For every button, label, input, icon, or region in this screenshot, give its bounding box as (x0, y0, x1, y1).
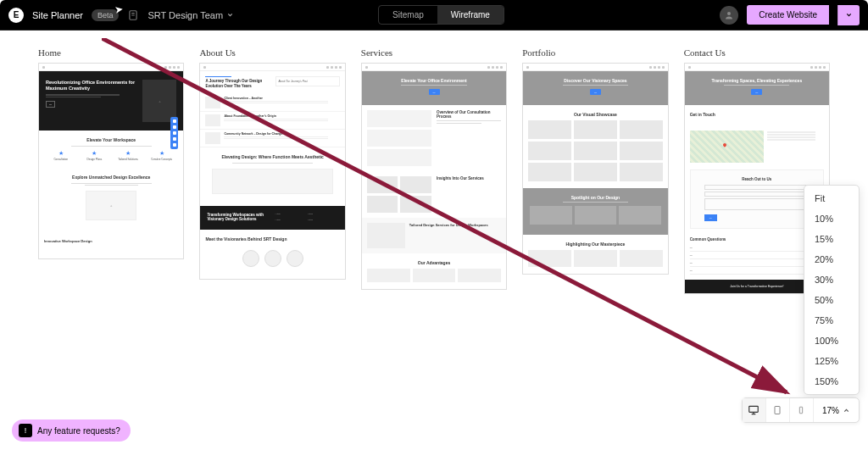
section-title: Reach Out to Us (698, 177, 816, 181)
zoom-option-fit[interactable]: Fit (804, 188, 859, 208)
column-about: About Us A Journey Through Our Design Ev… (199, 47, 345, 433)
section-title: Elevating Design: Where Function Meets A… (205, 154, 339, 159)
feedback-label: Any feature requests? (37, 426, 120, 436)
tool-icon[interactable] (173, 131, 176, 135)
section-title: Transforming Workspaces with Visionary D… (207, 213, 270, 221)
device-desktop[interactable] (743, 398, 766, 422)
zoom-option[interactable]: 50% (804, 290, 859, 310)
tool-icon[interactable] (173, 143, 176, 147)
column-services: Services Elevate Your Office Environment… (361, 47, 507, 433)
svg-rect-5 (800, 407, 803, 414)
zoom-option[interactable]: 125% (804, 351, 859, 371)
section-title: Spotlight on Our Design (530, 195, 660, 200)
device-mobile[interactable] (790, 398, 814, 422)
svg-rect-3 (749, 406, 759, 412)
tool-icon[interactable] (173, 119, 176, 123)
zoom-level[interactable]: 17% (814, 406, 859, 415)
page-title: Contact Us (684, 47, 830, 58)
list-item-title: Client Innovation – Another (224, 97, 339, 100)
team-selector[interactable]: SRT Design Team (147, 10, 234, 20)
feature-label: Design Plans (78, 158, 112, 161)
section-title: Elevate Your Workspace (44, 137, 178, 142)
hero-title: Revolutionizing Office Environments for … (46, 80, 137, 92)
device-tablet[interactable] (766, 398, 790, 422)
top-bar: E Site Planner Beta SRT Design Team Site… (0, 0, 868, 31)
tab-wireframe[interactable]: Wireframe (437, 6, 504, 24)
zoom-option[interactable]: 75% (804, 310, 859, 331)
page-title: Portfolio (522, 47, 668, 58)
hero-title: Transforming Spaces, Elevating Experienc… (692, 78, 822, 83)
page-title: Services (361, 47, 507, 58)
wireframe-canvas[interactable]: Home Revolutionizing Office Environments… (0, 31, 868, 450)
wireframe-portfolio[interactable]: Discover Our Visionary Spaces— Our Visua… (522, 63, 668, 275)
column-portfolio: Portfolio Discover Our Visionary Spaces—… (522, 47, 668, 433)
feedback-button[interactable]: ! Any feature requests? (12, 419, 131, 442)
user-icon (724, 10, 734, 20)
hero-title: Discover Our Visionary Spaces (530, 78, 660, 83)
user-avatar[interactable] (720, 6, 738, 25)
app-name: Site Planner (32, 10, 83, 20)
chevron-up-icon (843, 407, 850, 414)
list-item-title: About Foundation – Another's Origin (224, 114, 339, 118)
section-title: Highlighting Our Masterpiece (528, 242, 662, 247)
section-title: Our Advantages (367, 260, 501, 265)
section-title: Overview of Our Consultation Process (437, 110, 501, 119)
section-title: Tailored Design Services for Unique Work… (409, 223, 501, 227)
chevron-down-icon (845, 11, 853, 19)
team-name: SRT Design Team (147, 10, 223, 20)
page-title: Home (38, 47, 184, 58)
feature-label: Tailored Solutions (111, 158, 145, 161)
document-icon[interactable] (127, 9, 139, 21)
floating-toolbar[interactable] (170, 117, 178, 149)
zoom-menu: Fit 10% 15% 20% 30% 50% 75% 100% 125% 15… (804, 185, 860, 395)
wireframe-services[interactable]: Elevate Your Office Environment— Overvie… (361, 63, 507, 290)
column-home: Home Revolutionizing Office Environments… (38, 47, 184, 433)
zoom-option[interactable]: 10% (804, 208, 859, 229)
view-tabs: Sitemap Wireframe (378, 5, 504, 25)
section-title: Get in Touch (690, 112, 824, 117)
feedback-icon: ! (19, 424, 32, 437)
tool-icon[interactable] (173, 137, 176, 141)
zoom-option[interactable]: 100% (804, 331, 859, 351)
feature-label: Creative Concepts (145, 158, 179, 161)
hero-title: Elevate Your Office Environment (369, 78, 499, 83)
chevron-down-icon (226, 11, 234, 19)
feature-label: Consultation (44, 158, 78, 161)
zoom-option[interactable]: 30% (804, 269, 859, 290)
list-item-title: Community Network – Design for Change (224, 132, 339, 136)
section-title: Explore Unmatched Design Excellence (44, 175, 178, 180)
cta-text: Join Us for a Transformative Experience! (730, 285, 783, 288)
viewport-controls: 17% (742, 397, 860, 423)
section-title: Our Visual Showcase (528, 112, 662, 117)
section-title: Innovative Workspace Design (44, 239, 178, 243)
app-logo[interactable]: E (8, 8, 24, 23)
desktop-icon (748, 404, 760, 416)
list-item: About Our Journey's Past (275, 76, 340, 86)
section-title: Meet the Visionaries Behind SRT Design (205, 236, 339, 242)
tablet-icon (772, 404, 782, 416)
wireframe-about[interactable]: A Journey Through Our Design Evolution O… (199, 63, 345, 280)
hero-title: A Journey Through Our Design Evolution O… (205, 79, 270, 89)
image-placeholder-icon: ▲ (142, 80, 176, 122)
zoom-option[interactable]: 20% (804, 249, 859, 269)
svg-rect-4 (775, 407, 780, 414)
tab-sitemap[interactable]: Sitemap (379, 6, 437, 24)
page-title: About Us (199, 47, 345, 58)
mobile-icon (797, 404, 805, 416)
create-dropdown[interactable] (837, 5, 860, 25)
tool-icon[interactable] (173, 125, 176, 129)
svg-point-1 (727, 12, 731, 15)
section-title: Insights Into Our Services (437, 176, 501, 181)
zoom-value: 17% (822, 406, 839, 415)
create-website-button[interactable]: Create Website (747, 5, 829, 25)
wireframe-home[interactable]: Revolutionizing Office Environments for … (38, 63, 184, 259)
zoom-option[interactable]: 15% (804, 229, 859, 249)
zoom-option[interactable]: 150% (804, 371, 859, 392)
